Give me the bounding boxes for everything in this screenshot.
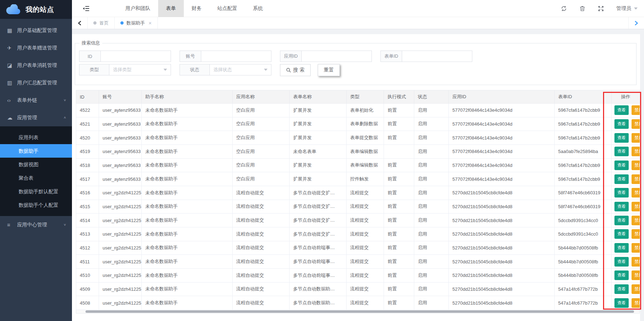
sidebar-item-app-management[interactable]: ☁应用管理∧ <box>0 109 72 126</box>
cell-form_id: 5967cfa6147b2cbb9 <box>555 117 612 131</box>
disable-button[interactable]: 禁用 <box>632 133 640 143</box>
disable-button[interactable]: 禁用 <box>632 216 640 225</box>
cell-actions: 查看禁用 <box>612 144 640 158</box>
trash-icon[interactable] <box>579 5 586 12</box>
cell-form_id: 547a14fc677b772b <box>555 282 612 296</box>
close-icon[interactable]: × <box>149 20 152 26</box>
scrollbar-thumb[interactable] <box>85 310 634 313</box>
tab-label: 首页 <box>99 20 109 26</box>
view-button[interactable]: 查看 <box>614 216 629 225</box>
search-input-form-id[interactable] <box>402 51 472 62</box>
view-button[interactable]: 查看 <box>614 147 629 156</box>
horizontal-scrollbar[interactable] <box>76 310 640 314</box>
cell-app_name: 流程自动提交 <box>233 255 290 269</box>
sidebar-subitem-data-assistant[interactable]: 数据助手 <box>0 144 72 158</box>
view-button[interactable]: 查看 <box>614 257 629 267</box>
sidebar-item-form-external-link[interactable]: ‹›表单外链∨ <box>0 91 72 109</box>
view-button[interactable]: 查看 <box>614 133 629 143</box>
disable-button[interactable]: 禁用 <box>632 160 640 170</box>
nav-menu-finance[interactable]: 财务 <box>184 0 209 17</box>
view-button[interactable]: 查看 <box>614 229 629 239</box>
cell-app_id: 5270dd21b15045cb8cfde4d8 <box>449 282 555 296</box>
tabs-scroll-left-button[interactable] <box>72 17 88 29</box>
sidebar-subitem-assistant-default-config[interactable]: 数据助手默认配置 <box>0 185 72 198</box>
cell-exec_mode: 前置 <box>384 227 414 241</box>
disable-button[interactable]: 禁用 <box>632 188 640 198</box>
nav-menu-forms[interactable]: 表单 <box>158 0 184 17</box>
search-select-type[interactable]: 选择类型 <box>109 64 171 75</box>
sidebar-item-user-form-consume[interactable]: ◪用户表单消耗管理 <box>0 57 72 74</box>
search-field-label: ID <box>79 51 101 62</box>
view-button[interactable]: 查看 <box>614 105 629 115</box>
view-button[interactable]: 查看 <box>614 243 629 253</box>
disable-button[interactable]: 禁用 <box>632 119 640 129</box>
search-select-status[interactable]: 选择状态 <box>210 64 271 75</box>
tab-data-assistant[interactable]: 数据助手× <box>115 17 158 29</box>
sidebar-subitem-aggregate-table[interactable]: 聚合表 <box>0 171 72 185</box>
cell-status: 启用 <box>414 144 449 158</box>
sidebar-item-label: 表单外链 <box>17 97 63 104</box>
cell-assistant_name: 未命名数据助手 <box>142 158 233 172</box>
view-button[interactable]: 查看 <box>614 284 629 294</box>
view-button[interactable]: 查看 <box>614 298 629 308</box>
collapse-sidebar-icon[interactable] <box>83 5 90 12</box>
table-header-row: ID账号助手名称应用名称表单名称类型执行模式状态应用ID表单ID操作 <box>76 90 640 104</box>
cell-id: 4522 <box>76 104 99 117</box>
view-button[interactable]: 查看 <box>614 119 629 129</box>
sidebar-item-app-center-management[interactable]: ≡应用中心管理∨ <box>0 216 72 233</box>
nav-menu-users-teams[interactable]: 用户和团队 <box>118 0 158 17</box>
cell-form_name: 多节点自动数据助… <box>290 296 347 310</box>
sidebar-subitem-data-view[interactable]: 数据视图 <box>0 158 72 171</box>
view-button[interactable]: 查看 <box>614 270 629 280</box>
cell-form_id: 5b444bb7d00508fb <box>555 255 612 269</box>
cell-status: 启用 <box>414 241 449 255</box>
tabs-scroll-right-button[interactable] <box>628 17 644 29</box>
disable-button[interactable]: 禁用 <box>632 147 640 156</box>
menu-icon: ≡ <box>7 222 15 228</box>
cell-account: user_rg2dzh41225 <box>99 282 142 296</box>
search-input-app-id[interactable] <box>302 51 372 62</box>
search-input-id[interactable] <box>101 51 171 62</box>
fullscreen-icon[interactable] <box>598 5 604 12</box>
search-input-account[interactable] <box>201 51 271 62</box>
cell-account: user_aytenz95633 <box>99 104 142 117</box>
search-button[interactable]: 搜 索 <box>280 64 311 76</box>
sidebar-subitem-assistant-personal-config[interactable]: 数据助手个人配置 <box>0 198 72 212</box>
nav-menu-site-config[interactable]: 站点配置 <box>209 0 245 17</box>
view-button[interactable]: 查看 <box>614 160 629 170</box>
admin-dropdown[interactable]: 管理员 <box>616 5 638 12</box>
disable-button[interactable]: 禁用 <box>632 202 640 211</box>
sidebar-item-user-form-gift[interactable]: ✈用户表单赠送管理 <box>0 39 72 57</box>
cell-type: 流程提交 <box>347 296 384 310</box>
cell-app_name: 流程自动提交 <box>233 186 290 200</box>
nav-menus: 用户和团队表单财务站点配置系统 <box>118 0 271 17</box>
disable-button[interactable]: 禁用 <box>632 174 640 184</box>
disable-button[interactable]: 禁用 <box>632 270 640 280</box>
column-header-account: 账号 <box>99 90 142 104</box>
logo[interactable]: 我的站点 <box>0 0 72 19</box>
cell-id: 4513 <box>76 227 99 241</box>
nav-menu-system[interactable]: 系统 <box>245 0 271 17</box>
cell-assistant_name: 未命名数据助手 <box>142 214 233 227</box>
tab-home[interactable]: 首页 <box>88 17 115 29</box>
view-button[interactable]: 查看 <box>614 202 629 211</box>
sidebar-subitem-app-list[interactable]: 应用列表 <box>0 131 72 144</box>
cell-app_name: 流程自动提交 <box>233 241 290 255</box>
disable-button[interactable]: 禁用 <box>632 105 640 115</box>
search-field-label: 类型 <box>79 64 109 75</box>
view-button[interactable]: 查看 <box>614 174 629 184</box>
refresh-icon[interactable] <box>561 5 567 12</box>
disable-button[interactable]: 禁用 <box>632 298 640 308</box>
view-button[interactable]: 查看 <box>614 188 629 198</box>
sidebar-item-user-summary-config[interactable]: ▥用户汇总配置管理 <box>0 74 72 91</box>
cell-type: 流程提交 <box>347 268 384 282</box>
disable-button[interactable]: 禁用 <box>632 284 640 294</box>
table-row: 4522user_aytenz95633未命名数据助手空白应用扩展并发表单初始化… <box>76 104 640 117</box>
disable-button[interactable]: 禁用 <box>632 229 640 239</box>
reset-button[interactable]: 重置 <box>318 64 340 76</box>
sidebar-item-user-basic-config[interactable]: ▦用户基础配置管理 <box>0 22 72 39</box>
table-row: 4510user_rg2dzh41225未命名数据助手流程自动提交多节点自动前端… <box>76 268 640 282</box>
cell-assistant_name: 未命名数据助手 <box>142 144 233 158</box>
disable-button[interactable]: 禁用 <box>632 243 640 253</box>
disable-button[interactable]: 禁用 <box>632 257 640 267</box>
